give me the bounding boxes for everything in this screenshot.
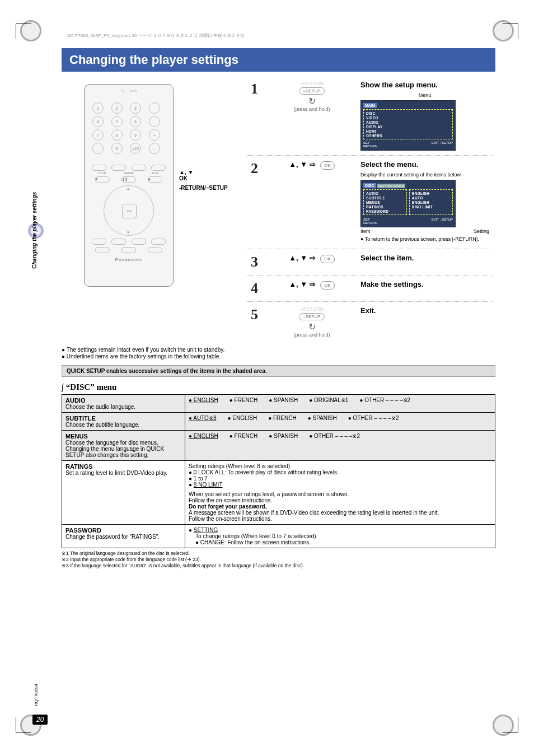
- source-file-info: SC-PT660_663P_PC_eng.book 20 ページ ２００８年３月…: [67, 32, 245, 39]
- ok-button-illustration: OK: [122, 204, 137, 218]
- footnotes: ※1 The original language designated on t…: [62, 550, 495, 568]
- steps-panel: 1 –RETURN –SETUP ↻ (press and hold) Show…: [247, 76, 493, 342]
- crop-mark-tl: [16, 24, 31, 39]
- osd-disc-menu: DISC SETTING STATE AUDIO SUBTITLE MENUS …: [360, 180, 456, 227]
- table-row: MENUS Choose the language for disc menus…: [62, 431, 495, 461]
- remote-brand: Panasonic: [89, 257, 168, 262]
- general-notes: ● The settings remain intact even if you…: [62, 347, 495, 360]
- table-row: PASSWORD Change the password for "RATING…: [62, 525, 495, 548]
- settings-table: AUDIO Choose the audio language. ENGLISH…: [62, 394, 495, 548]
- doc-code: RQTX0094: [34, 684, 39, 706]
- osd-main-menu: MAIN DISC VIDEO AUDIO DISPLAY HDMI OTHER…: [360, 100, 456, 151]
- step-2-title: Select the menu.: [360, 160, 489, 169]
- table-row: AUDIO Choose the audio language. ENGLISH…: [62, 395, 495, 413]
- crop-mark-bl: [16, 717, 31, 732]
- step-2: 2 ▲, ▼ ⇨ OK Select the menu. Display the…: [247, 156, 493, 249]
- page-number: 20: [32, 715, 48, 725]
- crop-mark-br: [503, 717, 518, 732]
- step-3: 3 ▲, ▼ ⇨ OK Select the item.: [247, 249, 493, 276]
- setup-button-icon: –SETUP: [299, 87, 324, 95]
- table-row: RATINGS Set a rating level to limit DVD-…: [62, 461, 495, 525]
- step-1-title: Show the setup menu.: [360, 81, 489, 89]
- table-row: SUBTITLE Choose the subtitle language. A…: [62, 413, 495, 431]
- crop-mark-tr: [503, 24, 518, 39]
- step-4-title: Make the settings.: [360, 280, 489, 288]
- step-3-title: Select the item.: [360, 254, 489, 262]
- remote-illustration: TV DVD 123 456 789+ 0≥10– STOPPAUSEPLAY …: [84, 84, 174, 287]
- remote-callouts: ▲, ▼ OK -RETURN/–SETUP: [179, 169, 228, 194]
- page-title: Changing the player settings: [62, 48, 495, 72]
- step-5-title: Exit.: [360, 306, 489, 315]
- section-tab: Changing the player settings: [31, 192, 38, 269]
- step-5: 5 –RETURN –SETUP ↻ (press and hold) Exit…: [247, 302, 493, 342]
- ok-button-icon: OK: [320, 161, 335, 170]
- disc-menu-heading: ∫ “DISC” menu: [62, 382, 495, 392]
- step-1: 1 –RETURN –SETUP ↻ (press and hold) Show…: [247, 76, 493, 156]
- nav-pad: ▲ ▼ OK: [104, 185, 154, 236]
- step-4: 4 ▲, ▼ ⇨ OK Make the settings.: [247, 276, 493, 302]
- quick-setup-note: QUICK SETUP enables successive settings …: [62, 365, 495, 377]
